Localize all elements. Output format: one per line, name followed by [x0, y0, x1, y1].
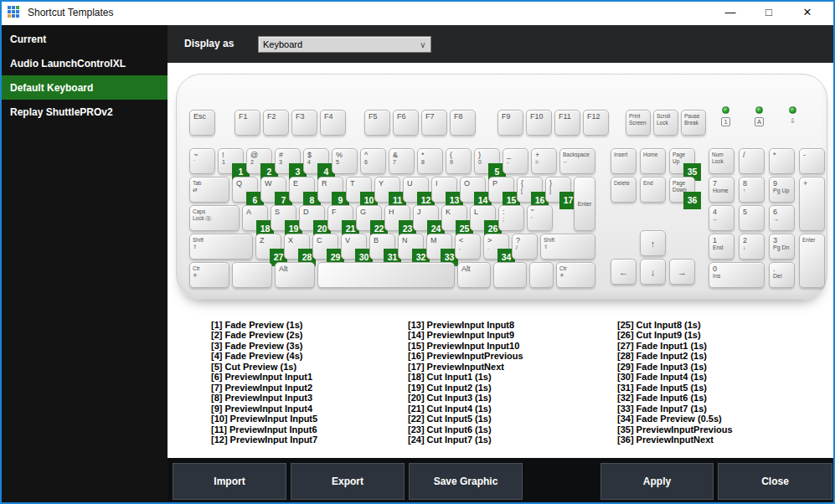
key-f2[interactable]: F2 — [263, 110, 289, 136]
key-o[interactable]: O14 — [460, 177, 486, 203]
key-comma[interactable]: <, — [455, 234, 481, 260]
close-button[interactable]: Close — [718, 463, 832, 500]
key-f9[interactable]: F9 — [497, 110, 523, 136]
key-ctrl-left[interactable]: Ctr✳ — [189, 262, 229, 288]
key-y[interactable]: Y11 — [374, 177, 400, 203]
key-h[interactable]: H23 — [384, 205, 410, 231]
key-g[interactable]: G22 — [356, 205, 382, 231]
sidebar-item-default-keyboard[interactable]: Default Keyboard — [0, 75, 168, 100]
key-slash[interactable]: ?/ — [512, 234, 538, 260]
key-win-left[interactable] — [232, 262, 272, 288]
key-backspace[interactable]: Backspace← — [559, 148, 595, 174]
key-period[interactable]: >.34 — [483, 234, 509, 260]
key-1[interactable]: !11 — [218, 148, 244, 174]
key-np-plus[interactable]: + — [799, 177, 825, 231]
key-np-1[interactable]: 1End — [709, 234, 734, 260]
key-a[interactable]: A18 — [242, 205, 268, 231]
key-np-6[interactable]: 6→ — [769, 205, 795, 231]
key-f[interactable]: F21 — [327, 205, 353, 231]
key-scroll-lock[interactable]: ScrollLock — [653, 110, 678, 136]
key-t[interactable]: T10 — [346, 177, 372, 203]
key-q[interactable]: Q6 — [232, 177, 258, 203]
key-np-enter[interactable]: Enter — [799, 234, 825, 288]
key-quote[interactable]: "' — [527, 205, 553, 231]
key-f12[interactable]: F12 — [583, 110, 609, 136]
key-p[interactable]: P15 — [488, 177, 514, 203]
sidebar-item-current[interactable]: Current — [0, 27, 168, 51]
key-arrow-right[interactable]: → — [669, 259, 695, 285]
key-np-0[interactable]: 0Ins — [709, 262, 765, 288]
key-esc[interactable]: Esc — [189, 110, 215, 136]
key-np-multiply[interactable]: * — [769, 148, 795, 174]
maximize-button[interactable]: □ — [750, 0, 788, 25]
key-f1[interactable]: F1 — [235, 110, 260, 136]
key-menu[interactable] — [529, 262, 554, 288]
key-0[interactable]: )05 — [474, 148, 500, 174]
key-arrow-up[interactable]: ↑ — [640, 230, 666, 256]
key-f3[interactable]: F3 — [291, 110, 317, 136]
key-4[interactable]: $44 — [303, 148, 329, 174]
key-6[interactable]: ^6 — [360, 148, 386, 174]
key-np-2[interactable]: 2↓ — [739, 234, 765, 260]
key-page-up[interactable]: PageUp35 — [669, 148, 695, 174]
key-end[interactable]: End — [640, 177, 666, 203]
key-np-minus[interactable]: - — [799, 148, 825, 174]
key-enter[interactable]: Enter — [574, 177, 595, 231]
key-z[interactable]: Z27 — [255, 234, 281, 260]
key-3[interactable]: #33 — [275, 148, 301, 174]
key-home[interactable]: Home — [640, 148, 666, 174]
import-button[interactable]: Import — [173, 463, 286, 500]
sidebar-item-audio-launchcontrolxl[interactable]: Audio LaunchControlXL — [0, 51, 168, 75]
key-np-9[interactable]: 9Pg Up — [769, 177, 795, 203]
key-minus[interactable]: _- — [503, 148, 528, 174]
key-ctrl-right[interactable]: Ctr✳ — [556, 262, 595, 288]
key-insert[interactable]: Insert — [611, 148, 637, 174]
key-7[interactable]: &7 — [389, 148, 415, 174]
key-r[interactable]: R9 — [317, 177, 343, 203]
key-u[interactable]: U12 — [403, 177, 429, 203]
key-k[interactable]: K25 — [441, 205, 467, 231]
key-f10[interactable]: F10 — [526, 110, 552, 136]
key-caps-lock[interactable]: CapsLock Ⓐ — [189, 205, 240, 231]
close-button[interactable]: ✕ — [788, 0, 827, 25]
key-f8[interactable]: F8 — [450, 110, 476, 136]
key-alt-right[interactable]: Alt — [457, 262, 491, 288]
key-shift-right[interactable]: Shift⇧ — [540, 234, 595, 260]
key-tab[interactable]: Tab⇄ — [189, 177, 229, 203]
key-backquote[interactable]: ~` — [189, 148, 215, 174]
key-alt-left[interactable]: Alt — [275, 262, 315, 288]
key-equals[interactable]: += — [531, 148, 557, 174]
display-as-dropdown[interactable]: Keyboard ∨ — [258, 36, 431, 53]
key-f4[interactable]: F4 — [320, 110, 346, 136]
key-np-5[interactable]: 5 — [739, 205, 765, 231]
key-num-lock[interactable]: NumLock — [709, 148, 734, 174]
key-delete[interactable]: Delete — [611, 177, 637, 203]
key-win-right[interactable] — [493, 262, 527, 288]
key-np-period[interactable]: .Del — [769, 262, 795, 288]
key-j[interactable]: J24 — [413, 205, 439, 231]
key-5[interactable]: %5 — [332, 148, 358, 174]
key-l[interactable]: L26 — [470, 205, 496, 231]
key-x[interactable]: X28 — [284, 234, 310, 260]
key-9[interactable]: (9 — [446, 148, 472, 174]
key-s[interactable]: S19 — [271, 205, 296, 231]
key-b[interactable]: B31 — [369, 234, 395, 260]
export-button[interactable]: Export — [291, 463, 405, 500]
save-graphic-button[interactable]: Save Graphic — [409, 463, 523, 500]
key-bracket-left[interactable]: {[16 — [517, 177, 543, 203]
key-bracket-right[interactable]: }]17 — [545, 177, 571, 203]
key-i[interactable]: I13 — [431, 177, 457, 203]
key-e[interactable]: E8 — [289, 177, 315, 203]
key-d[interactable]: D20 — [299, 205, 325, 231]
minimize-button[interactable]: — — [711, 0, 750, 25]
key-space[interactable] — [317, 262, 455, 288]
key-f6[interactable]: F6 — [393, 110, 419, 136]
key-c[interactable]: C29 — [312, 234, 338, 260]
key-arrow-down[interactable]: ↓ — [640, 259, 666, 285]
key-m[interactable]: M33 — [426, 234, 452, 260]
key-shift-left[interactable]: Shift⇧ — [189, 234, 253, 260]
key-page-down[interactable]: PageDown36 — [669, 177, 695, 203]
key-np-8[interactable]: 8↑ — [739, 177, 765, 203]
key-v[interactable]: V30 — [341, 234, 367, 260]
key-np-divide[interactable]: / — [739, 148, 765, 174]
